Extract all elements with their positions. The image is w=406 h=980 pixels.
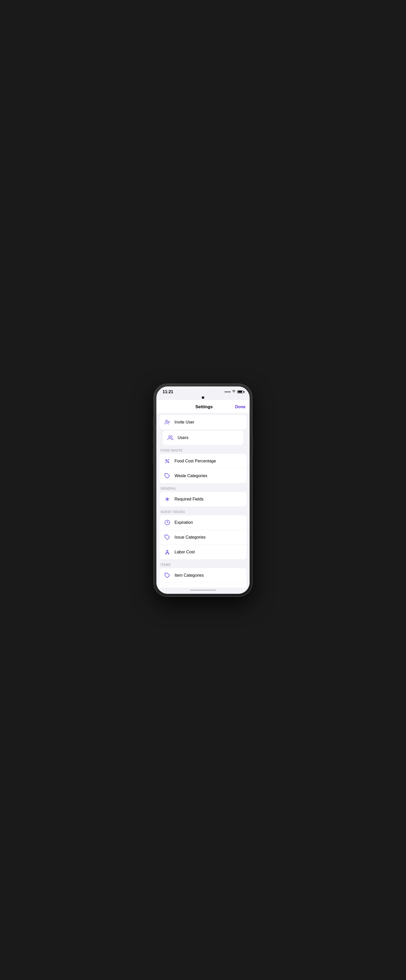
food-waste-card: Food Cost Percentage Waste Categories [160,454,246,483]
guest-issues-card: Expiration Issue Categories [160,515,246,559]
users-card: Users [163,431,243,445]
items-card: Item Categories Item [160,568,246,588]
asterisk-icon [163,496,171,503]
settings-list: Invite User [156,415,250,588]
home-indicator [156,588,250,594]
users-item[interactable]: Users [163,431,243,445]
general-card: Required Fields [160,492,246,506]
items-section: ITEMS Item Categories [156,560,250,588]
item-tag-icon [163,572,171,579]
issue-tag-icon [163,534,171,541]
invite-user-item[interactable]: Invite User [160,415,246,430]
food-waste-section-label: FOOD WASTE [156,446,250,454]
phone-screen: 11:21 [156,387,250,594]
wifi-icon [232,390,236,394]
food-cost-label: Food Cost Percentage [174,459,216,463]
content-area[interactable]: Settings Done [156,400,250,588]
waste-categories-label: Waste Categories [174,474,208,478]
camera-area [156,396,250,400]
volume-up-button [153,431,154,445]
users-icon [167,434,174,441]
issue-categories-label: Issue Categories [174,535,206,539]
settings-header: Settings Done [156,400,250,413]
camera-dot [202,396,204,399]
food-cost-item[interactable]: Food Cost Percentage [160,454,246,469]
guest-issues-section-label: GUEST ISSUES [156,508,250,515]
required-fields-item[interactable]: Required Fields [160,492,246,506]
item-categories-label: Item Categories [174,573,204,578]
expiration-label: Expiration [174,520,193,525]
guest-issues-section: GUEST ISSUES Expiration [156,508,250,559]
food-waste-section: FOOD WASTE Food Cost Percentage [156,446,250,483]
volume-down-button [153,448,154,463]
svg-point-4 [166,459,167,461]
svg-point-5 [168,461,169,463]
mute-button [153,418,154,426]
power-button [252,434,253,455]
labor-icon [163,549,171,556]
status-time: 11:21 [163,390,173,394]
battery-icon [237,390,243,393]
home-bar [190,590,216,591]
waste-tag-icon [163,472,171,479]
invite-user-label: Invite User [174,420,194,425]
svg-line-6 [165,459,169,463]
users-label: Users [178,436,189,440]
page-title: Settings [173,404,235,409]
waste-categories-item[interactable]: Waste Categories [160,469,246,483]
partial-invite-card: Invite User [160,415,246,430]
phone-frame: 11:21 [154,384,252,597]
done-button[interactable]: Done [235,404,246,410]
items-list-item[interactable]: Items [160,583,246,588]
users-card-wrapper: Users [160,431,246,445]
svg-point-13 [167,550,168,552]
invite-user-icon [163,418,171,426]
svg-point-0 [166,420,168,422]
item-categories-item[interactable]: Item Categories [160,568,246,583]
items-section-label: ITEMS [156,560,250,568]
general-section: GENERAL Required Fields [156,484,250,506]
issue-categories-item[interactable]: Issue Categories [160,530,246,545]
signal-icon [225,391,230,392]
svg-point-3 [169,436,171,437]
expiration-item[interactable]: Expiration [160,515,246,530]
labor-cost-label: Labor Cost [174,550,195,554]
percent-icon [163,457,171,465]
clock-icon [163,519,171,526]
status-icons [225,390,243,394]
general-section-label: GENERAL [156,484,250,492]
status-bar: 11:21 [156,387,250,396]
labor-cost-item[interactable]: Labor Cost [160,545,246,559]
required-fields-label: Required Fields [174,497,203,501]
